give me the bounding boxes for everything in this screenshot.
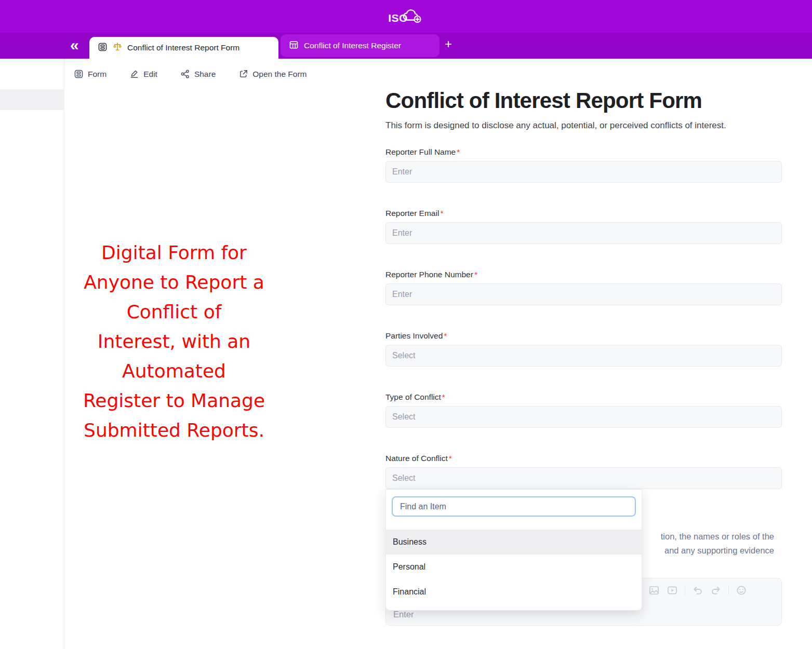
tab-conflict-register[interactable]: Conflict of Interest Register [281, 34, 440, 57]
annotation-line: Digital Form for [68, 238, 281, 267]
field-reporter-email: Reporter Email* [385, 208, 782, 244]
annotation-line: Anyone to Report a [68, 267, 281, 297]
insert-image-icon[interactable] [648, 585, 660, 596]
app-window: ISO « [0, 0, 812, 649]
emoji-icon[interactable] [736, 585, 747, 596]
insert-video-icon[interactable] [667, 585, 678, 596]
form-subtitle: This form is designed to disclose any ac… [385, 119, 782, 132]
tool-label: Share [194, 70, 216, 79]
required-asterisk: * [440, 209, 443, 218]
option-personal[interactable]: Personal [386, 555, 642, 579]
field-reporter-phone: Reporter Phone Number* [385, 269, 782, 305]
share-icon [180, 69, 190, 79]
nature-of-conflict-dropdown: Business Personal Financial [385, 489, 642, 611]
sidebar-highlight-row [0, 89, 64, 110]
tool-label: Form [88, 70, 107, 79]
form-toolbar: Form Edit Share [65, 59, 812, 89]
field-type-of-conflict: Type of Conflict* [385, 391, 782, 428]
tool-label: Open the Form [252, 70, 307, 79]
field-parties-involved: Parties Involved* [385, 330, 782, 367]
editor-toolbar [648, 585, 747, 596]
divider [685, 586, 685, 595]
open-the-form-button[interactable]: Open the Form [238, 69, 307, 79]
table-icon [289, 40, 299, 52]
required-asterisk: * [474, 270, 477, 279]
nature-of-conflict-select[interactable] [385, 467, 782, 489]
required-asterisk: * [444, 331, 447, 340]
form-icon [98, 42, 108, 54]
annotation-note: Digital Form for Anyone to Report a Conf… [68, 238, 281, 445]
tab-conflict-report-form[interactable]: Conflict of Interest Report Form [89, 37, 278, 59]
field-label: Type of Conflict* [385, 391, 782, 403]
field-label: Nature of Conflict* [385, 453, 782, 464]
field-label: Reporter Phone Number* [385, 269, 782, 280]
share-button[interactable]: Share [180, 69, 216, 79]
option-financial[interactable]: Financial [386, 579, 642, 604]
parties-involved-select[interactable] [385, 345, 782, 367]
scales-icon [113, 42, 122, 53]
annotation-line: Register to Manage [68, 386, 281, 415]
tab-bar: « Conflict of Interest Report Form [0, 33, 812, 59]
annotation-line: Submitted Reports. [68, 415, 281, 445]
required-asterisk: * [457, 147, 460, 156]
edit-button[interactable]: Edit [129, 69, 157, 79]
dropdown-options: Business Personal Financial [386, 530, 642, 610]
top-bar: ISO [0, 0, 812, 33]
left-sidebar [0, 59, 64, 649]
reporter-email-input[interactable] [385, 222, 782, 244]
field-reporter-full-name: Reporter Full Name* [385, 146, 782, 183]
reporter-full-name-input[interactable] [385, 161, 782, 183]
tool-label: Edit [143, 70, 157, 79]
field-nature-of-conflict: Nature of Conflict* [385, 453, 782, 489]
dropdown-search-input[interactable] [392, 496, 636, 517]
page-title: Conflict of Interest Report Form [385, 88, 782, 113]
type-of-conflict-select[interactable] [385, 406, 782, 428]
tab-label: Conflict of Interest Register [304, 41, 401, 50]
field-label: Parties Involved* [385, 330, 782, 342]
collapse-sidebar-button[interactable]: « [70, 35, 79, 56]
external-link-icon [238, 69, 248, 79]
tab-label: Conflict of Interest Report Form [127, 43, 239, 52]
annotation-line: Interest, with an [68, 327, 281, 356]
field-label: Reporter Email* [385, 208, 782, 219]
annotation-line: Conflict of [68, 297, 281, 327]
redo-icon[interactable] [710, 585, 722, 596]
field-label: Reporter Full Name* [385, 146, 782, 158]
add-tab-button[interactable]: + [445, 37, 452, 51]
form-icon [74, 69, 84, 79]
logo-text: ISO [388, 12, 408, 24]
editor-placeholder: Enter [393, 610, 414, 619]
option-business[interactable]: Business [386, 530, 642, 555]
edit-pencil-icon [129, 69, 139, 79]
required-asterisk: * [449, 454, 452, 463]
divider [728, 586, 729, 595]
required-asterisk: * [442, 393, 445, 401]
iso-cloud-logo: ISO [388, 7, 424, 26]
annotation-line: Automated [68, 356, 281, 386]
undo-icon[interactable] [692, 585, 703, 596]
form-preview: Conflict of Interest Report Form This fo… [385, 88, 782, 514]
form-view-button[interactable]: Form [74, 69, 107, 79]
reporter-phone-input[interactable] [385, 283, 782, 305]
